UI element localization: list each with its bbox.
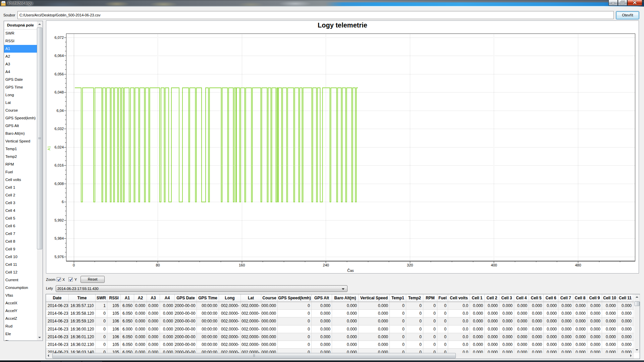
svg-text:6,024: 6,024 (54, 145, 64, 149)
svg-text:6,048: 6,048 (54, 90, 64, 94)
svg-text:0: 0 (73, 263, 75, 267)
svg-text:6,056: 6,056 (54, 72, 64, 76)
svg-text:6,008: 6,008 (54, 182, 64, 186)
svg-text:6,064: 6,064 (54, 54, 64, 58)
svg-text:5,992: 5,992 (54, 218, 64, 222)
svg-text:240: 240 (323, 263, 329, 267)
svg-text:480: 480 (575, 263, 581, 267)
svg-text:160: 160 (239, 263, 245, 267)
svg-text:320: 320 (407, 263, 413, 267)
svg-text:5,976: 5,976 (54, 255, 64, 259)
svg-text:6,032: 6,032 (54, 127, 64, 131)
svg-text:Čas: Čas (347, 268, 354, 273)
svg-text:5,984: 5,984 (54, 236, 64, 240)
svg-text:6: 6 (62, 200, 64, 204)
svg-text:6,016: 6,016 (54, 163, 64, 167)
svg-text:6,072: 6,072 (54, 36, 64, 40)
svg-text:6,04: 6,04 (57, 109, 64, 113)
svg-text:A1: A1 (47, 146, 51, 150)
svg-text:80: 80 (156, 263, 160, 267)
svg-text:400: 400 (491, 263, 497, 267)
